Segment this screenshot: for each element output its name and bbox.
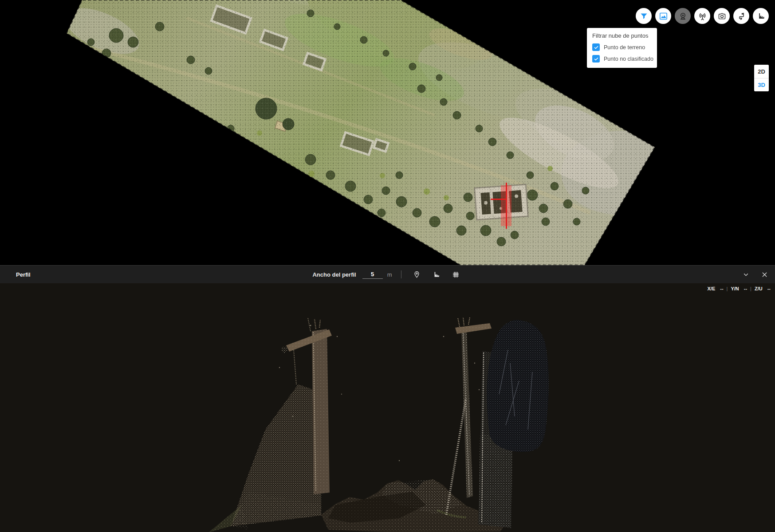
filter-button[interactable] [636, 8, 652, 24]
checkbox-checked-icon[interactable] [592, 55, 600, 63]
measure-ruler-icon [756, 12, 766, 21]
camera-icon [717, 12, 727, 21]
pick-location-button[interactable] [410, 268, 424, 281]
profile-ground [321, 479, 504, 532]
filter-icon [639, 12, 649, 21]
coord-x-value: -- [720, 286, 723, 291]
filter-option-unclassified[interactable]: Punto no clasificado [592, 55, 652, 63]
map-toolbar [636, 8, 769, 24]
view-2d-button[interactable]: 2D [754, 65, 769, 78]
filter-option-ground[interactable]: Punto de terreno [592, 43, 652, 51]
header-divider [401, 270, 401, 278]
camera-button[interactable] [714, 8, 730, 24]
profile-panel-header: Perfil Ancho del perfil m [0, 265, 775, 283]
coord-separator: | [750, 286, 751, 291]
orthophoto-render [0, 0, 775, 265]
profile-window-controls [740, 268, 771, 281]
measure-ruler-icon [432, 270, 441, 279]
profile-measure-button[interactable] [430, 268, 443, 281]
coord-x-label: X/E [707, 286, 715, 291]
coordinate-readout: X/E-- | Y/N-- | Z/U-- [707, 286, 771, 291]
histogram-icon [659, 12, 668, 21]
coord-z-label: Z/U [755, 286, 763, 291]
filter-panel-title: Filtrar nube de puntos [592, 32, 652, 39]
filter-point-cloud-panel: Filtrar nube de puntos Punto de terreno … [587, 28, 657, 68]
profile-view[interactable]: X/E-- | Y/N-- | Z/U-- [0, 283, 775, 532]
route-button[interactable] [733, 8, 749, 24]
gcp-camera-icon [678, 12, 688, 21]
view-3d-button[interactable]: 3D [754, 78, 769, 91]
grid-icon [452, 270, 460, 279]
profile-left-wall [209, 318, 321, 532]
place-pin-icon [413, 270, 421, 279]
profile-width-label: Ancho del perfil [312, 271, 356, 278]
coord-z-value: -- [767, 286, 771, 291]
histogram-button[interactable] [655, 8, 671, 24]
close-panel-button[interactable] [758, 268, 771, 281]
coord-y-value: -- [744, 286, 747, 291]
measure-button[interactable] [753, 8, 769, 24]
profile-point-cloud [0, 283, 775, 532]
filter-option-label: Punto no clasificado [604, 56, 653, 62]
close-icon [761, 271, 768, 278]
antenna-button[interactable] [694, 8, 710, 24]
gcp-button[interactable] [675, 8, 691, 24]
profile-width-input[interactable] [362, 270, 383, 279]
view-dimension-toggle: 2D 3D [754, 65, 769, 91]
filter-option-label: Punto de terreno [604, 44, 645, 51]
collapse-chevron-icon [742, 271, 750, 278]
profile-width-controls: Ancho del perfil m [312, 268, 462, 281]
coord-y-label: Y/N [731, 286, 739, 291]
antenna-icon [698, 12, 707, 21]
collapse-panel-button[interactable] [740, 268, 752, 281]
checkbox-checked-icon[interactable] [592, 43, 600, 51]
grid-toggle-button[interactable] [449, 268, 463, 281]
orthophoto-view[interactable] [0, 0, 775, 265]
coord-separator: | [727, 286, 728, 291]
app-window: Filtrar nube de puntos Punto de terreno … [0, 0, 775, 532]
profile-panel-title: Perfil [16, 271, 31, 278]
profile-panel: Perfil Ancho del perfil m [0, 265, 775, 532]
route-flag-icon [737, 12, 746, 21]
profile-width-unit: m [387, 271, 392, 278]
profile-tree-mass [487, 320, 548, 452]
